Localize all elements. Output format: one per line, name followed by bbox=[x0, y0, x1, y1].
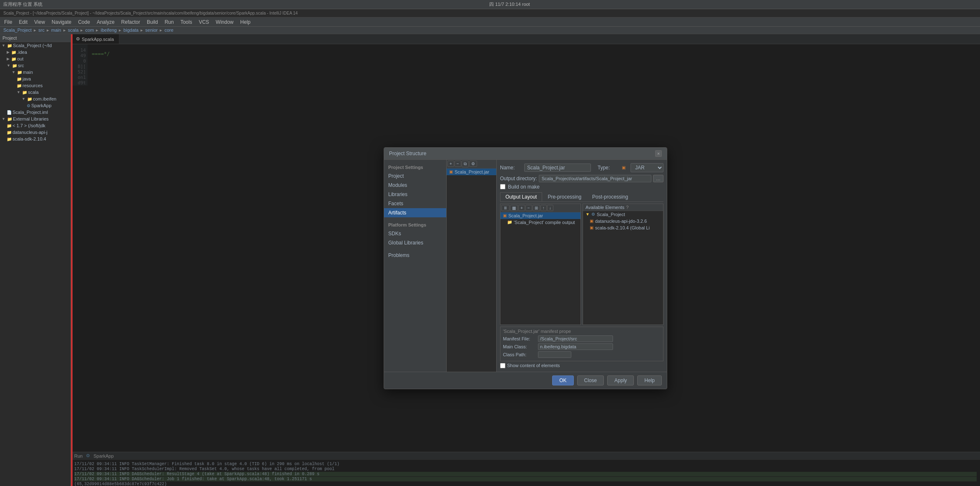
apply-button[interactable]: Apply bbox=[607, 375, 634, 385]
project-structure-dialog: Project Structure × Project Settings Pro… bbox=[384, 147, 667, 389]
tree-datanucleus[interactable]: 📁 datanucleus-api-j bbox=[0, 129, 70, 136]
show-content-checkbox[interactable] bbox=[500, 363, 505, 368]
jar-root-item[interactable]: ▣ Scala_Project.jar bbox=[500, 212, 580, 219]
available-elements-help-icon[interactable]: ? bbox=[626, 205, 628, 210]
menu-navigate[interactable]: Navigate bbox=[49, 18, 74, 26]
output-dir-input[interactable] bbox=[539, 175, 651, 182]
output-dir-row: Output directory: … bbox=[500, 175, 663, 182]
ok-button[interactable]: OK bbox=[552, 375, 573, 385]
tree-jdk[interactable]: 📁 < 1.7 > (/soft/jdk bbox=[0, 122, 70, 129]
tab-postprocessing[interactable]: Post-processing bbox=[587, 192, 633, 201]
artifact-add-btn[interactable]: + bbox=[447, 161, 454, 167]
tree-out[interactable]: ▶ 📁 out bbox=[0, 55, 70, 62]
scala-project-icon: ▼ bbox=[585, 212, 590, 217]
tab-preprocessing[interactable]: Pre-processing bbox=[542, 192, 587, 201]
project-settings-label: Project Settings bbox=[384, 163, 446, 171]
artifact-remove-btn[interactable]: − bbox=[455, 161, 461, 167]
sidebar-project[interactable]: Project bbox=[384, 171, 446, 181]
artifact-copy-btn[interactable]: ⧉ bbox=[462, 161, 469, 167]
app-menu: 应用程序 位置 系统 bbox=[3, 1, 43, 8]
tree-scala[interactable]: ▼ 📁 scala bbox=[0, 89, 70, 96]
scala-sdk-folder-icon: 📁 bbox=[7, 137, 12, 141]
project-panel-header: Project bbox=[0, 34, 70, 42]
menu-refactor[interactable]: Refactor bbox=[119, 18, 143, 26]
java-label: java bbox=[23, 76, 31, 81]
structure-up-btn[interactable]: ↑ bbox=[540, 205, 547, 211]
sidebar-modules[interactable]: Modules bbox=[384, 181, 446, 190]
menu-edit[interactable]: Edit bbox=[16, 18, 30, 26]
available-elements-header: Available Elements ? bbox=[583, 204, 663, 211]
menu-window[interactable]: Window bbox=[213, 18, 236, 26]
tree-external[interactable]: ▼ 📁 External Libraries bbox=[0, 116, 70, 122]
scala-project-item[interactable]: ▼ ⚙ Scala_Project bbox=[583, 211, 663, 218]
dialog-main-area: + − ⧉ ⚙ ▣ Scala_Project.jar bbox=[447, 160, 667, 372]
manifest-section: 'Scala_Project.jar' manifest prope Manif… bbox=[500, 327, 663, 361]
menu-view[interactable]: View bbox=[32, 18, 48, 26]
tree-iml[interactable]: 📄 Scala_Project.iml bbox=[0, 109, 70, 116]
sidebar-facets[interactable]: Facets bbox=[384, 199, 446, 208]
type-label: Type: bbox=[598, 165, 618, 171]
java-folder-icon: 📁 bbox=[17, 77, 22, 81]
structure-grid2-btn[interactable]: ⊞ bbox=[533, 205, 540, 211]
structure-grid-btn[interactable]: ▦ bbox=[510, 205, 518, 211]
jar-root-label: Scala_Project.jar bbox=[508, 213, 543, 218]
scala-arrow: ▼ bbox=[17, 90, 20, 94]
tree-com[interactable]: ▼ 📁 com.ibeifen bbox=[0, 96, 70, 102]
tree-sparkapp[interactable]: ⚙ SparkApp bbox=[0, 102, 70, 109]
scala-sdk-item[interactable]: ▣ scala-sdk-2.10.4 (Global Li bbox=[583, 224, 663, 231]
scala-sdk-icon: ▣ bbox=[590, 225, 593, 230]
tab-output-layout[interactable]: Output Layout bbox=[500, 192, 542, 201]
datanucleus-label: datanucleus-api-j bbox=[13, 130, 48, 135]
artifact-list-panel: + − ⧉ ⚙ ▣ Scala_Project.jar bbox=[447, 160, 497, 372]
tree-java[interactable]: 📁 java bbox=[0, 76, 70, 82]
help-button[interactable]: Help bbox=[637, 375, 662, 385]
tree-src[interactable]: ▼ 📁 src bbox=[0, 62, 70, 69]
datanucleus-item[interactable]: ▣ datanucleus-api-jdo-3.2.6 bbox=[583, 218, 663, 224]
structure-add-btn[interactable]: + bbox=[518, 205, 525, 211]
sidebar-artifacts[interactable]: Artifacts bbox=[384, 208, 446, 217]
structure-pause-btn[interactable]: ⏸ bbox=[501, 205, 510, 211]
iml-label: Scala_Project.iml bbox=[13, 110, 48, 115]
menu-vcs[interactable]: VCS bbox=[196, 18, 212, 26]
sidebar-problems[interactable]: Problems bbox=[384, 251, 446, 260]
sidebar-global-libraries[interactable]: Global Libraries bbox=[384, 238, 446, 247]
compile-output-item[interactable]: 📁 'Scala_Project' compile output bbox=[500, 219, 580, 226]
dialog-sidebar: Project Settings Project Modules Librari… bbox=[384, 160, 447, 372]
type-select[interactable]: JAR bbox=[631, 163, 663, 172]
breadcrumb-text: Scala_Project ▸ src ▸ main ▸ scala ▸ com… bbox=[3, 28, 173, 33]
sidebar-sdks[interactable]: SDKs bbox=[384, 229, 446, 238]
sparkapp-label: SparkApp bbox=[31, 103, 51, 108]
class-path-input[interactable] bbox=[538, 351, 571, 358]
menu-help[interactable]: Help bbox=[238, 18, 253, 26]
tree-idea[interactable]: ▶ 📁 .idea bbox=[0, 49, 70, 55]
datanucleus-folder-icon: 📁 bbox=[7, 130, 12, 135]
main-folder-icon: 📁 bbox=[17, 70, 22, 75]
artifact-settings-btn[interactable]: ⚙ bbox=[469, 161, 477, 167]
tree-scala-sdk[interactable]: 📁 scala-sdk-2.10.4 bbox=[0, 136, 70, 142]
name-input[interactable] bbox=[524, 164, 591, 172]
dialog-close-button[interactable]: × bbox=[655, 150, 662, 157]
build-on-make-checkbox[interactable] bbox=[500, 184, 505, 189]
menu-code[interactable]: Code bbox=[75, 18, 93, 26]
datanucleus-label: datanucleus-api-jdo-3.2.6 bbox=[595, 219, 647, 224]
tree-root[interactable]: ▼ 📁 Scala_Project (~/Id bbox=[0, 42, 70, 49]
available-elements-label: Available Elements bbox=[585, 205, 624, 210]
tree-main[interactable]: ▼ 📁 main bbox=[0, 69, 70, 76]
sidebar-libraries[interactable]: Libraries bbox=[384, 190, 446, 199]
artifact-list-item[interactable]: ▣ Scala_Project.jar bbox=[447, 169, 496, 175]
manifest-file-input[interactable] bbox=[538, 335, 613, 342]
jdk-folder-icon: 📁 bbox=[7, 123, 12, 128]
menu-analyze[interactable]: Analyze bbox=[94, 18, 117, 26]
structure-down-btn[interactable]: ↓ bbox=[547, 205, 553, 211]
src-arrow: ▼ bbox=[7, 63, 10, 68]
structure-minus-btn[interactable]: − bbox=[525, 205, 532, 211]
menu-tools[interactable]: Tools bbox=[178, 18, 195, 26]
menu-run[interactable]: Run bbox=[162, 18, 176, 26]
menu-build[interactable]: Build bbox=[144, 18, 161, 26]
scala-module-icon: ⚙ bbox=[591, 212, 595, 217]
menu-file[interactable]: File bbox=[2, 18, 15, 26]
tree-resources[interactable]: 📁 resources bbox=[0, 82, 70, 89]
browse-output-dir-btn[interactable]: … bbox=[653, 175, 663, 182]
main-class-input[interactable] bbox=[538, 343, 613, 350]
close-button[interactable]: Close bbox=[577, 375, 604, 385]
